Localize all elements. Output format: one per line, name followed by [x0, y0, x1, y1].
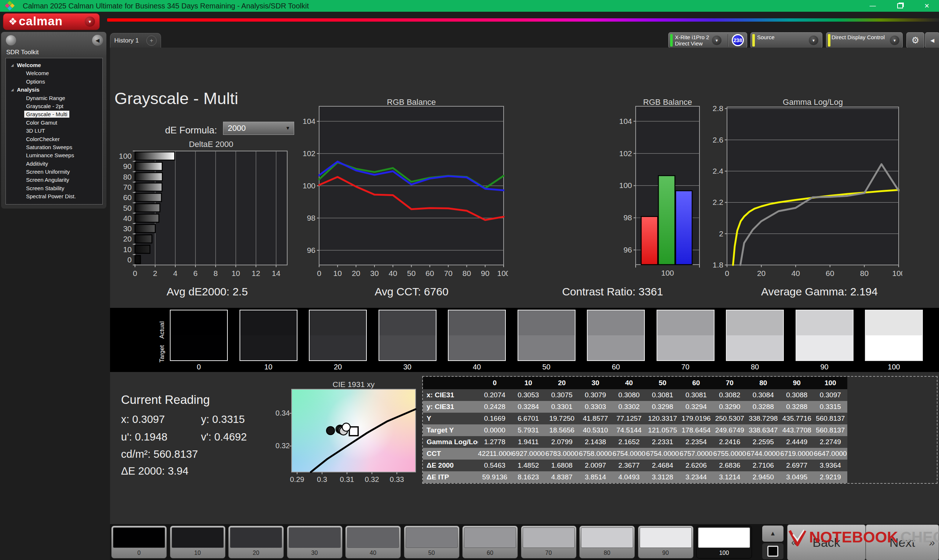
stat-avg-de2000: Avg dE2000: 2.5	[134, 286, 281, 298]
grayscale-swatch-60	[587, 310, 645, 361]
sidebar-item-screen-stability[interactable]: Screen Stability	[6, 185, 102, 192]
minimize-button[interactable]: —	[870, 2, 876, 9]
select-caret-icon: ▼	[285, 122, 290, 134]
panel-collapse-button[interactable]: ◀	[925, 32, 939, 48]
svg-text:RGB Balance: RGB Balance	[387, 99, 436, 107]
table-cell: 6755.0000	[713, 448, 747, 460]
sidebar-item-saturation-sweeps[interactable]: Saturation Sweeps	[6, 143, 102, 151]
table-cell: 41.8577	[579, 413, 612, 425]
swatch-actual-half	[171, 311, 227, 335]
meter-dropdown[interactable]: X-Rite i1Pro 2 Direct View ▼ 238	[668, 32, 747, 48]
table-cell: 560.8137	[814, 413, 847, 425]
reading-u-prime: u': 0.1948	[121, 431, 167, 443]
add-tab-button[interactable]: +	[142, 33, 161, 48]
pattern-button-70[interactable]: 70	[521, 526, 577, 558]
swatch-level-label: 70	[657, 363, 714, 371]
reading-de2000: ΔE 2000: 3.94	[121, 465, 188, 477]
pattern-scroll-up-button[interactable]: ▲	[762, 526, 783, 542]
sidebar-item-analysis[interactable]: Analysis	[6, 86, 102, 94]
reading-x: x: 0.3097	[121, 414, 165, 426]
back-button[interactable]: « Back	[787, 525, 866, 560]
next-button[interactable]: Next »	[866, 525, 939, 560]
sidebar-collapse-icon[interactable]: ◀	[92, 35, 103, 46]
display-control-dropdown[interactable]: Direct Display Control ▼	[826, 32, 903, 48]
close-button[interactable]: ✕	[924, 2, 930, 10]
display-caret-icon[interactable]: ▼	[890, 35, 899, 45]
sidebar-options-button[interactable]	[6, 35, 16, 45]
svg-text:98: 98	[624, 213, 632, 222]
table-cell: 0.3301	[545, 401, 579, 413]
table-cell: 0.3088	[780, 389, 814, 401]
pattern-button-50[interactable]: 50	[404, 526, 459, 558]
sidebar-item-additivity[interactable]: Additivity	[6, 160, 102, 168]
table-cell: 74.5144	[612, 425, 646, 436]
settings-button[interactable]: ⚙	[907, 32, 924, 48]
svg-text:6: 6	[193, 269, 198, 277]
table-cell: 42211.0000	[478, 448, 512, 460]
pattern-button-30[interactable]: 30	[287, 526, 342, 558]
de-formula-select[interactable]: 2000 ▼	[223, 122, 294, 135]
table-cell: 19.7250	[545, 413, 579, 425]
table-cell: 0.3298	[646, 401, 680, 413]
sidebar-item-spectral-power-dist-[interactable]: Spectral Power Dist.	[6, 192, 102, 200]
sidebar-item-color-gamut[interactable]: Color Gamut	[6, 119, 102, 127]
pattern-window-button[interactable]	[762, 543, 783, 559]
sidebar-item-3d-lut[interactable]: 3D LUT	[6, 127, 102, 135]
table-row-label: y: CIE31	[423, 401, 478, 413]
table-cell: 6.6701	[512, 413, 546, 425]
sidebar-item-screen-uniformity[interactable]: Screen Uniformity	[6, 168, 102, 176]
sidebar-item-colorchecker[interactable]: ColorChecker	[6, 135, 102, 143]
calman-wordmark: calman	[19, 14, 63, 28]
table-cell: 0.3303	[579, 401, 612, 413]
svg-text:104: 104	[302, 117, 315, 125]
sidebar-item-grayscale-multi[interactable]: Grayscale - Multi	[6, 110, 102, 118]
svg-text:10: 10	[231, 269, 240, 277]
sidebar-item-luminance-sweeps[interactable]: Luminance Sweeps	[6, 151, 102, 159]
pattern-button-10[interactable]: 10	[170, 526, 225, 558]
calman-dropdown-caret-icon[interactable]: ▼	[85, 17, 95, 27]
chevron-right-icon: »	[929, 536, 935, 549]
pattern-button-20[interactable]: 20	[228, 526, 284, 558]
sidebar-item-grayscale-2pt[interactable]: Grayscale - 2pt	[6, 102, 102, 110]
pattern-button-90[interactable]: 90	[638, 526, 694, 558]
table-cell: 2.4449	[780, 436, 814, 448]
sidebar-item-welcome[interactable]: Welcome	[6, 69, 102, 77]
swatch-actual-half	[379, 311, 436, 335]
sidebar-item-options[interactable]: Options	[6, 78, 102, 86]
sidebar-item-dynamic-range[interactable]: Dynamic Range	[6, 94, 102, 102]
table-cell: 6754.0000	[612, 448, 646, 460]
tab-history-1[interactable]: History 1	[110, 33, 143, 48]
grayscale-swatch-0	[170, 310, 228, 361]
table-cell: 249.6749	[713, 425, 747, 436]
table-cell: 2.9219	[814, 471, 847, 483]
table-cell: 2.2749	[814, 436, 847, 448]
svg-text:40: 40	[389, 269, 397, 277]
svg-text:0: 0	[133, 269, 137, 277]
source-dropdown[interactable]: Source ▼	[751, 32, 822, 48]
sidebar-item-screen-angularity[interactable]: Screen Angularity	[6, 176, 102, 184]
sidebar-item-welcome[interactable]: Welcome	[6, 61, 102, 69]
svg-text:20: 20	[757, 269, 765, 277]
pattern-button-0[interactable]: 0	[111, 526, 167, 558]
table-cell: 121.0575	[646, 425, 680, 436]
svg-text:4: 4	[173, 269, 177, 277]
table-cell: 6647.0000	[814, 448, 847, 460]
svg-text:14: 14	[272, 269, 281, 277]
svg-text:80: 80	[463, 269, 471, 277]
source-caret-icon[interactable]: ▼	[809, 35, 818, 45]
pattern-button-40[interactable]: 40	[345, 526, 401, 558]
svg-text:20: 20	[352, 269, 360, 277]
table-column-header: 20	[545, 377, 579, 389]
pattern-button-80[interactable]: 80	[579, 526, 635, 558]
svg-text:2: 2	[719, 229, 723, 238]
deltae-2000-bar-chart: DeltaE 200002468101214100908070605040302…	[117, 140, 293, 282]
swatch-level-label: 100	[865, 363, 923, 371]
meter-caret-icon[interactable]: ▼	[712, 35, 722, 45]
svg-text:10: 10	[333, 269, 342, 277]
pattern-button-60[interactable]: 60	[462, 526, 518, 558]
maximize-button[interactable]	[897, 3, 903, 8]
table-cell: 435.7716	[780, 413, 814, 425]
calman-menu-button[interactable]: ❖ calman ▼	[3, 13, 100, 30]
svg-text:90: 90	[481, 269, 489, 277]
pattern-button-100[interactable]: 100	[696, 526, 752, 558]
